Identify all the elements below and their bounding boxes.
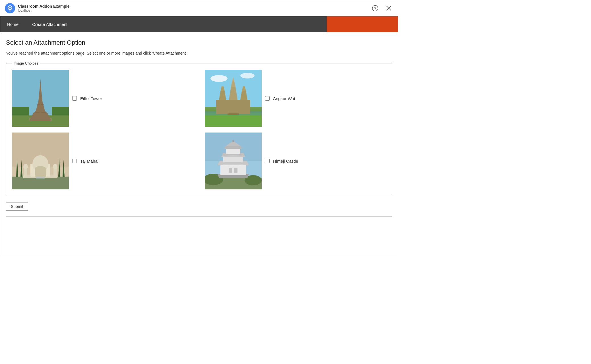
help-icon: ?: [372, 5, 378, 11]
checkbox-eiffel[interactable]: [72, 96, 77, 101]
close-button[interactable]: [384, 4, 393, 13]
app-title: Classroom Addon Example: [18, 4, 70, 9]
image-item-angkor: Angkor Wat: [205, 70, 386, 127]
checkbox-angkor[interactable]: [265, 96, 270, 101]
label-tajmahal: Taj Mahal: [80, 159, 98, 164]
svg-marker-60: [224, 146, 242, 149]
app-info: Classroom Addon Example localhost: [18, 4, 70, 13]
svg-text:?: ?: [374, 6, 376, 11]
bottom-divider: [6, 216, 392, 217]
checkbox-himeji[interactable]: [265, 159, 270, 163]
nav-bar: Home Create Attachment: [0, 16, 398, 32]
svg-rect-64: [234, 168, 237, 173]
image-item-himeji: Himeji Castle: [205, 133, 386, 189]
svg-point-2: [9, 7, 11, 8]
app-icon: [5, 3, 15, 13]
title-bar: Classroom Addon Example localhost ?: [0, 0, 398, 16]
image-choices-fieldset: Image Choices: [6, 61, 392, 195]
nav-spacer: [74, 16, 327, 32]
image-item-eiffel: Eiffel Tower: [12, 70, 193, 127]
svg-rect-32: [228, 113, 239, 115]
svg-point-19: [210, 75, 228, 82]
svg-rect-63: [229, 168, 232, 173]
image-eiffel: [12, 70, 69, 127]
label-eiffel: Eiffel Tower: [80, 96, 102, 101]
svg-point-20: [240, 73, 255, 78]
close-icon: [386, 6, 391, 11]
nav-accent-block: [327, 16, 398, 32]
image-grid: Eiffel Tower: [12, 70, 386, 189]
main-content: Select an Attachment Option You've reach…: [0, 32, 398, 224]
submit-button[interactable]: Submit: [6, 202, 28, 211]
page-heading: Select an Attachment Option: [6, 39, 392, 46]
svg-rect-57: [223, 157, 243, 162]
label-himeji: Himeji Castle: [273, 159, 298, 164]
svg-rect-15: [34, 112, 47, 113]
title-bar-left: Classroom Addon Example localhost: [5, 3, 70, 13]
svg-point-46: [23, 164, 28, 169]
checkbox-tajmahal[interactable]: [72, 159, 77, 163]
svg-point-62: [232, 140, 234, 142]
svg-rect-59: [226, 149, 240, 154]
svg-rect-16: [37, 104, 44, 105]
nav-create-attachment[interactable]: Create Attachment: [25, 16, 74, 32]
svg-rect-23: [216, 100, 250, 114]
label-angkor: Angkor Wat: [273, 96, 295, 101]
help-button[interactable]: ?: [371, 4, 380, 13]
image-item-tajmahal: Taj Mahal: [12, 133, 193, 189]
image-angkor: [205, 70, 262, 127]
svg-rect-48: [36, 177, 45, 179]
image-himeji: [205, 133, 262, 189]
app-subtitle: localhost: [18, 9, 70, 13]
svg-rect-17: [29, 118, 52, 121]
page-description: You've reached the attachment options pa…: [6, 51, 392, 55]
title-bar-right: ?: [371, 4, 393, 13]
svg-rect-55: [220, 165, 246, 175]
svg-point-47: [53, 164, 57, 169]
image-choices-legend: Image Choices: [12, 61, 40, 65]
nav-home[interactable]: Home: [0, 16, 25, 32]
image-tajmahal: [12, 133, 69, 189]
